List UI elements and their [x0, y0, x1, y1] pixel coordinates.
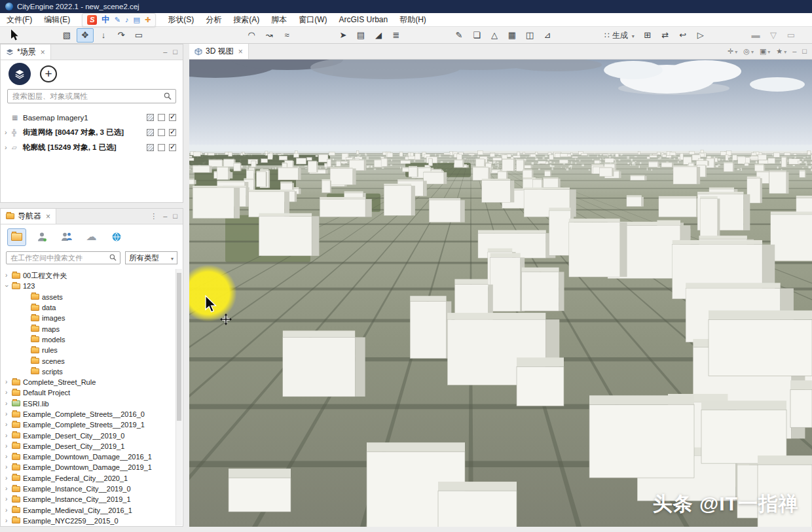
- tab-navigator[interactable]: 导航器 ×: [1, 209, 56, 224]
- layer-select-checkbox[interactable]: [158, 114, 165, 121]
- menu-item[interactable]: 脚本: [271, 14, 287, 26]
- ime-toolbar[interactable]: S 中 ✎♪▤✚: [82, 13, 156, 27]
- dropdown-icon[interactable]: ▽: [766, 29, 781, 42]
- curve-tool-icon[interactable]: ↝: [261, 29, 277, 42]
- minimize-panel-icon[interactable]: –: [163, 213, 167, 220]
- frame-view-icon[interactable]: ▭: [131, 29, 147, 42]
- tree-item[interactable]: Default Project: [1, 387, 183, 398]
- add-layer-button[interactable]: +: [40, 65, 57, 82]
- minimize-view-icon[interactable]: –: [792, 48, 796, 55]
- orbit-tool-icon[interactable]: ↷: [113, 29, 129, 42]
- workspace-search-input[interactable]: [6, 251, 120, 264]
- expand-arrow-icon[interactable]: [5, 443, 12, 450]
- tab-3d-view[interactable]: 3D 视图 ×: [189, 44, 249, 59]
- expand-arrow-icon[interactable]: [5, 421, 12, 428]
- tree-item[interactable]: Example_Desert_City__2019_1: [1, 441, 183, 452]
- expand-arrow-icon[interactable]: [5, 272, 12, 279]
- ruler-icon[interactable]: ▬: [748, 29, 764, 42]
- layer-row[interactable]: ▱ 轮廓线 [15249 对象, 1 已选]: [1, 140, 183, 155]
- expand-arrow-icon[interactable]: [5, 507, 12, 514]
- ime-toolbox-icon[interactable]: ✚: [145, 16, 151, 24]
- ime-voice-icon[interactable]: ♪: [125, 16, 129, 24]
- layer-visible-checkbox[interactable]: [169, 129, 176, 136]
- tree-item[interactable]: 123: [1, 281, 183, 291]
- layer-visible-checkbox[interactable]: [169, 114, 176, 121]
- expand-arrow-icon[interactable]: [5, 389, 12, 396]
- scene-search-input[interactable]: [7, 89, 176, 103]
- tree-item[interactable]: images: [1, 313, 183, 323]
- tree-item[interactable]: Complete_Street_Rule: [1, 377, 183, 387]
- expand-arrow-icon[interactable]: [5, 411, 12, 417]
- workspace-view-button[interactable]: [7, 228, 26, 246]
- tree-item[interactable]: Example_Complete_Streets__2019_1: [1, 419, 183, 430]
- layer-row[interactable]: ╬ 街道网络 [80447 对象, 3 已选]: [1, 125, 183, 140]
- window-layout-icon[interactable]: ▭: [783, 29, 799, 42]
- groups-button[interactable]: [57, 228, 76, 246]
- maximize-panel-icon[interactable]: □: [173, 48, 177, 56]
- ime-handwriting-icon[interactable]: ✎: [115, 16, 120, 24]
- tree-item[interactable]: rules: [1, 345, 183, 355]
- assign-rule-icon[interactable]: ⊞: [640, 29, 655, 42]
- ime-mode-toggle[interactable]: 中: [101, 14, 110, 26]
- align-terrain-icon[interactable]: ◢: [371, 29, 386, 42]
- portal-button[interactable]: [107, 228, 126, 246]
- cloud-button[interactable]: ☁: [82, 228, 101, 246]
- freehand-curve-icon[interactable]: ≈: [279, 29, 295, 42]
- tree-item[interactable]: Example_Downtown_Damage__2019_1: [1, 462, 183, 472]
- tree-item[interactable]: assets: [1, 292, 183, 302]
- menu-item[interactable]: 搜索(A): [233, 14, 259, 26]
- menu-item[interactable]: 帮助(H): [399, 14, 426, 26]
- select-tool-button[interactable]: [7, 29, 22, 42]
- menu-item[interactable]: 形状(S): [168, 14, 194, 26]
- expand-arrow-icon[interactable]: [5, 144, 12, 151]
- minimize-panel-icon[interactable]: –: [163, 48, 167, 56]
- layer-view-button[interactable]: [9, 63, 31, 85]
- draw-shape-icon[interactable]: ✎: [451, 29, 467, 42]
- generate-models-button[interactable]: ∷ 生成: [601, 29, 638, 42]
- expand-arrow-icon[interactable]: [5, 518, 12, 524]
- view-settings-icon[interactable]: ✛: [728, 48, 737, 55]
- ime-keyboard-icon[interactable]: ▤: [134, 16, 140, 24]
- layer-select-checkbox[interactable]: [158, 144, 165, 151]
- expand-arrow-icon[interactable]: [5, 129, 12, 136]
- tree-item[interactable]: Example_NYC2259__2015_0: [1, 516, 183, 526]
- expand-arrow-icon[interactable]: [5, 464, 12, 470]
- bookmarks-icon[interactable]: ▣: [760, 48, 770, 55]
- view-menu-icon[interactable]: ⋮: [150, 213, 157, 220]
- expand-arrow-icon[interactable]: [5, 475, 12, 482]
- offset-shape-icon[interactable]: △: [487, 29, 502, 42]
- tab-scene[interactable]: *场景 ×: [1, 44, 51, 60]
- tree-item[interactable]: data: [1, 302, 183, 313]
- menu-item[interactable]: 窗口(W): [299, 14, 327, 26]
- tree-item[interactable]: Example_Federal_City__2020_1: [1, 473, 183, 484]
- layer-lock-checkbox[interactable]: [147, 144, 154, 151]
- my-content-button[interactable]: [32, 228, 51, 246]
- measure-shape-icon[interactable]: ⊿: [540, 29, 555, 42]
- menu-item[interactable]: 编辑(E): [44, 14, 70, 26]
- expand-arrow-icon[interactable]: [5, 496, 12, 503]
- expand-arrow-icon[interactable]: [5, 486, 12, 492]
- expand-arrow-icon[interactable]: [5, 400, 12, 407]
- tree-item[interactable]: maps: [1, 323, 183, 334]
- grow-streets-icon[interactable]: ➤: [335, 29, 351, 42]
- close-tab-icon[interactable]: ×: [41, 48, 45, 57]
- tree-item[interactable]: scripts: [1, 366, 183, 377]
- swap-models-icon[interactable]: ⇄: [657, 29, 673, 42]
- layer-row[interactable]: ▦ Basemap Imagery1: [1, 110, 183, 125]
- scrollbar-thumb[interactable]: [177, 273, 181, 421]
- layer-visible-checkbox[interactable]: [169, 144, 176, 151]
- rect-shape-icon[interactable]: ❏: [469, 29, 485, 42]
- arc-tool-icon[interactable]: ◠: [244, 29, 259, 42]
- expand-arrow-icon[interactable]: [5, 433, 12, 439]
- layer-lock-checkbox[interactable]: [147, 129, 154, 136]
- reset-models-icon[interactable]: ↩: [675, 29, 691, 42]
- tree-item[interactable]: Example_Desert_City__2019_0: [1, 430, 183, 440]
- maximize-view-icon[interactable]: □: [802, 48, 807, 55]
- tree-item[interactable]: Example_Medieval_City__2016_1: [1, 505, 183, 516]
- close-tab-icon[interactable]: ×: [46, 212, 50, 221]
- favorites-star-icon[interactable]: ★: [776, 48, 786, 55]
- menu-item[interactable]: 分析: [206, 14, 221, 26]
- menu-item[interactable]: 文件(F): [7, 14, 32, 26]
- split-shape-icon[interactable]: ◫: [522, 29, 538, 42]
- expand-arrow-icon[interactable]: [5, 379, 12, 385]
